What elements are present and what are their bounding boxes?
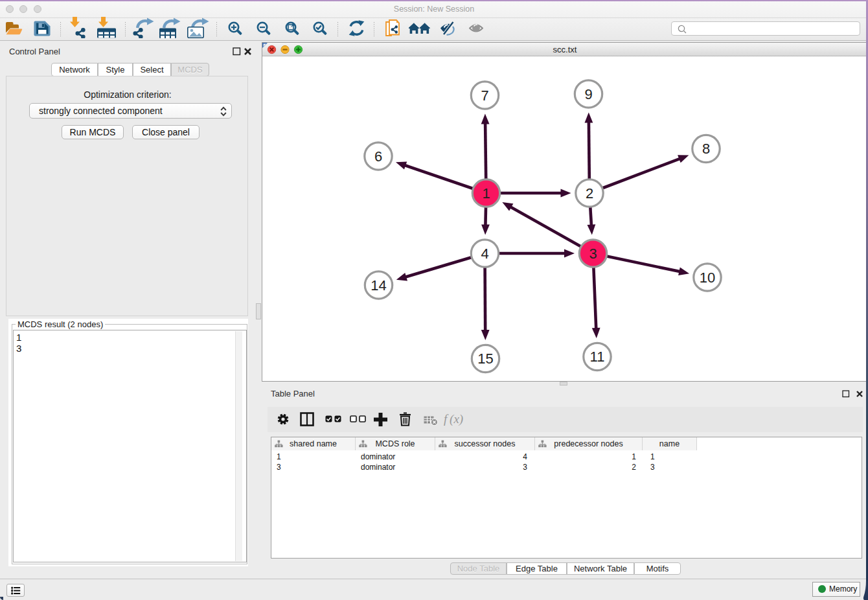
svg-text:1: 1 <box>482 185 490 202</box>
svg-text:2: 2 <box>586 185 593 202</box>
svg-text:8: 8 <box>702 141 710 157</box>
svg-text:3: 3 <box>589 246 597 262</box>
svg-text:10: 10 <box>700 270 715 286</box>
svg-text:11: 11 <box>590 349 605 365</box>
svg-text:4: 4 <box>481 246 488 262</box>
svg-text:6: 6 <box>374 148 382 165</box>
svg-text:7: 7 <box>481 87 488 104</box>
svg-text:14: 14 <box>371 277 386 294</box>
svg-text:15: 15 <box>477 351 493 367</box>
svg-text:9: 9 <box>584 86 592 102</box>
